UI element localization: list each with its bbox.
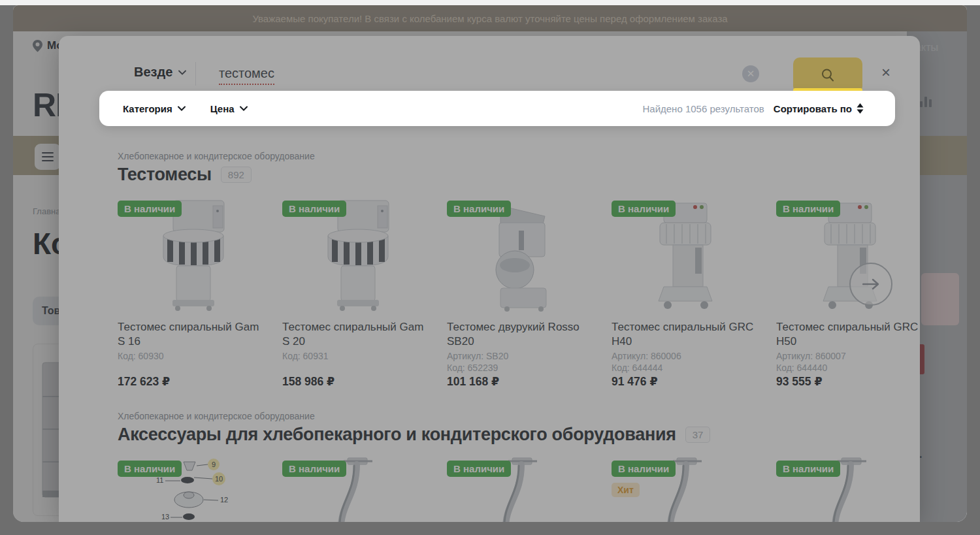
product-card[interactable]: В наличии <box>282 194 434 389</box>
clear-search-button[interactable]: ✕ <box>742 65 759 82</box>
product-price: 93 555 ₽ <box>776 375 920 389</box>
product-title[interactable]: Тестомес спиральный GRC H40 <box>612 320 763 350</box>
stock-badge: В наличии <box>447 461 511 477</box>
product-card[interactable]: В наличии <box>118 194 269 389</box>
product-meta: Артикул: 860007 Код: 644440 <box>776 350 920 374</box>
stock-badge: В наличии <box>118 201 182 217</box>
product-title[interactable]: Тестомес спиральный Gam S 16 <box>118 320 269 350</box>
sort-dropdown[interactable]: Сортировать по <box>774 103 864 114</box>
product-meta: Артикул: SB20 Код: 652239 <box>447 350 598 374</box>
site-page: Уважаемые покупатели! В связи с колебани… <box>13 5 967 522</box>
svg-text:10: 10 <box>215 475 223 483</box>
product-card[interactable]: В наличии <box>776 454 920 522</box>
stock-badge: В наличии <box>282 461 346 477</box>
section-category-label[interactable]: Хлебопекарное и кондитерское оборудовани… <box>118 411 920 421</box>
section-count-badge: 892 <box>221 167 252 183</box>
product-price: 172 623 ₽ <box>118 375 269 389</box>
product-meta-line1: Артикул: SB20 <box>447 350 598 362</box>
stock-badge: В наличии <box>612 461 676 477</box>
product-meta-line2: Код: 652239 <box>447 362 598 374</box>
arrow-right-icon <box>862 278 879 290</box>
search-results: Хлебопекарное и кондитерское оборудовани… <box>118 151 920 522</box>
product-image: В наличии Хит <box>612 454 763 522</box>
product-card[interactable]: В наличии <box>447 194 598 389</box>
product-meta-line2: Код: 644444 <box>612 362 763 374</box>
chevron-down-icon <box>178 106 186 111</box>
search-scope-label: Везде <box>134 65 172 80</box>
product-meta-line1: Артикул: 860006 <box>612 350 763 362</box>
product-meta-line1: Код: 60930 <box>118 350 269 362</box>
results-count: Найдено 1056 результатов <box>642 103 764 114</box>
product-price: 101 168 ₽ <box>447 375 598 389</box>
close-modal-button[interactable]: × <box>877 63 895 82</box>
product-price: 91 476 ₽ <box>612 375 763 389</box>
product-meta-line1: Код: 60931 <box>282 350 434 362</box>
results-section-mixers: Хлебопекарное и кондитерское оборудовани… <box>118 151 920 389</box>
twin-arm-mixer-image <box>480 202 566 312</box>
product-title[interactable]: Тестомес спиральный GRC H50 <box>776 320 920 350</box>
product-title[interactable]: Тестомес спиральный Gam S 20 <box>282 320 434 350</box>
svg-text:12: 12 <box>220 496 228 504</box>
product-image: В наличии <box>776 194 920 312</box>
section-title[interactable]: Тестомесы <box>118 165 212 185</box>
stock-badge: В наличии <box>776 201 840 217</box>
search-button[interactable] <box>793 57 862 93</box>
browser-chrome-strip <box>0 0 980 5</box>
product-image: В наличии <box>282 194 434 312</box>
filter-category-label: Категория <box>123 103 172 114</box>
carousel-next-button[interactable] <box>849 263 892 306</box>
product-card[interactable]: В наличии 9 10 <box>118 454 269 522</box>
search-icon <box>821 68 835 82</box>
section-count-badge: 37 <box>685 427 711 443</box>
product-meta: Код: 60931 <box>282 350 434 374</box>
svg-text:13: 13 <box>161 513 169 521</box>
svg-text:11: 11 <box>156 476 163 484</box>
product-meta: Код: 60930 <box>118 350 269 374</box>
filter-price-label: Цена <box>210 103 235 114</box>
chevron-down-icon <box>240 106 248 111</box>
floor-mixer-image <box>644 201 730 312</box>
product-card[interactable]: В наличии <box>612 194 763 389</box>
stock-badge: В наличии <box>118 461 182 477</box>
hit-badge: Хит <box>612 483 640 497</box>
filter-price-dropdown[interactable]: Цена <box>210 103 248 114</box>
product-image: В наличии <box>282 454 434 522</box>
close-icon: × <box>881 63 890 82</box>
sort-label: Сортировать по <box>774 103 852 114</box>
product-carousel: В наличии 9 10 <box>118 454 920 522</box>
product-meta-line2: Код: 644440 <box>776 362 920 374</box>
search-input[interactable]: тестомес <box>219 66 274 85</box>
product-image: В наличии <box>612 194 763 312</box>
svg-text:9: 9 <box>212 461 216 468</box>
product-card[interactable]: В наличии <box>776 194 920 389</box>
product-image: В наличии 9 10 <box>118 454 269 522</box>
section-title[interactable]: Аксессуары для хлебопекарного и кондитер… <box>118 425 676 445</box>
product-image: В наличии <box>118 194 269 312</box>
stock-badge: В наличии <box>612 201 676 217</box>
product-card[interactable]: В наличии <box>282 454 434 522</box>
search-divider <box>195 62 196 86</box>
product-carousel: В наличии <box>118 194 920 389</box>
stock-badge: В наличии <box>776 461 840 477</box>
product-image: В наличии <box>447 454 598 522</box>
product-title[interactable]: Тестомес двурукий Rosso SB20 <box>447 320 598 350</box>
product-image: В наличии <box>447 194 598 312</box>
product-meta-line1: Артикул: 860007 <box>776 350 920 362</box>
section-category-label[interactable]: Хлебопекарное и кондитерское оборудовани… <box>118 151 920 161</box>
filter-bar: Категория Цена Найдено 1056 результатов … <box>99 91 895 126</box>
product-card[interactable]: В наличии <box>447 454 598 522</box>
search-scope-dropdown[interactable]: Везде <box>134 65 186 80</box>
results-section-accessories: Хлебопекарное и кондитерское оборудовани… <box>118 411 920 522</box>
stock-badge: В наличии <box>282 201 346 217</box>
product-card[interactable]: В наличии Хит <box>612 454 763 522</box>
product-image: В наличии <box>776 454 920 522</box>
product-meta: Артикул: 860006 Код: 644444 <box>612 350 763 374</box>
stock-badge: В наличии <box>447 201 511 217</box>
filter-category-dropdown[interactable]: Категория <box>123 103 186 114</box>
chevron-down-icon <box>178 70 186 75</box>
clear-icon: ✕ <box>747 68 755 80</box>
sort-arrows-icon <box>857 103 864 114</box>
product-price: 158 986 ₽ <box>282 375 434 389</box>
